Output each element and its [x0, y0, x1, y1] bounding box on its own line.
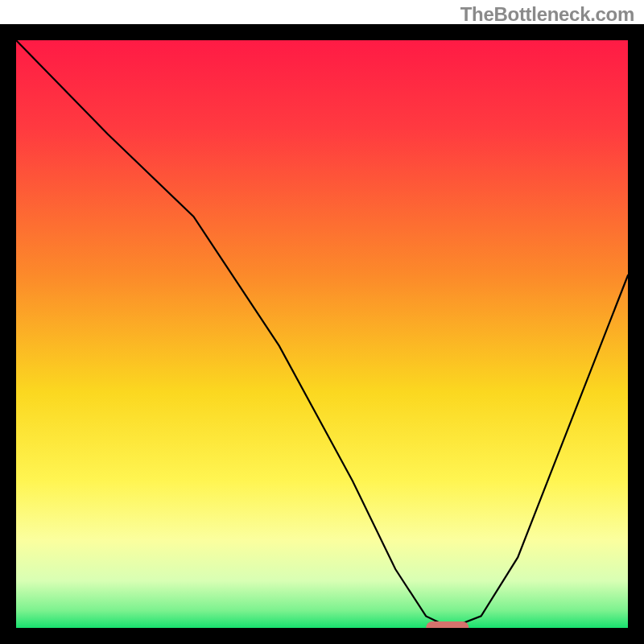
chart-container: TheBottleneck.com	[0, 0, 644, 644]
bottleneck-chart	[0, 0, 644, 644]
watermark-text: TheBottleneck.com	[460, 3, 634, 26]
plot-area	[16, 40, 628, 634]
plot-background	[16, 40, 628, 628]
